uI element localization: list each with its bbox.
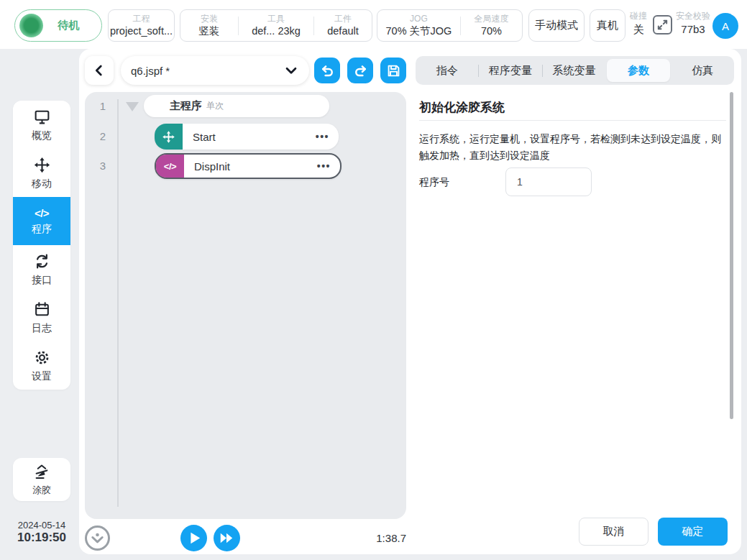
save-icon <box>385 63 402 79</box>
sync-icon <box>33 252 51 270</box>
play-icon <box>180 525 207 551</box>
run-mode-badge: 单次 <box>206 100 224 112</box>
run-button[interactable] <box>180 525 207 551</box>
chevron-down-circle-icon <box>84 525 111 551</box>
node-menu-button[interactable]: ••• <box>316 131 329 142</box>
redo-button[interactable] <box>347 58 373 83</box>
mount-value: 竖装 <box>199 24 220 37</box>
sidebar-item-move[interactable]: 移动 <box>13 149 70 197</box>
divider <box>419 120 726 121</box>
move-icon <box>33 156 51 174</box>
project-label: 工程 <box>133 14 150 24</box>
sidebar-item-program[interactable]: </> 程序 <box>13 197 70 245</box>
sidebar-item-label: 日志 <box>32 322 52 335</box>
sidebar-item-settings[interactable]: 设置 <box>13 341 70 390</box>
manual-mode-button[interactable]: 手动模式 <box>528 9 585 42</box>
jump-to-line-button[interactable] <box>84 525 111 551</box>
fast-forward-icon <box>214 525 240 551</box>
status-indicator-icon <box>19 14 43 37</box>
jog-value: 70% 关节JOG <box>386 24 452 37</box>
tab-instruction[interactable]: 指令 <box>416 56 478 85</box>
jog-selector[interactable]: JOG 70% 关节JOG <box>377 14 460 37</box>
global-speed-value: 70% <box>481 24 502 37</box>
sidebar-item-label: 概览 <box>32 129 52 142</box>
tree-guide-line <box>117 99 119 507</box>
time-text: 10:19:50 <box>0 531 83 545</box>
chevron-left-icon <box>91 63 107 78</box>
node-menu-button[interactable]: ••• <box>317 160 331 172</box>
status-label: 待机 <box>43 19 101 32</box>
tool-selector[interactable]: 工具 def... 23kg <box>239 14 313 37</box>
project-selector[interactable]: 工程 project_soft... <box>108 9 175 42</box>
undo-icon <box>319 63 336 79</box>
tool-value: def... 23kg <box>252 24 301 37</box>
user-avatar[interactable]: A <box>712 13 738 39</box>
mount-label: 安装 <box>201 14 218 24</box>
run-timer: 1:38.7 <box>338 532 406 544</box>
robot-teach-pendant-app: 待机 工程 project_soft... 安装 竖装 工具 def... 23… <box>0 0 747 560</box>
workpiece-label: 工件 <box>334 14 352 24</box>
sidebar-item-log[interactable]: 日志 <box>13 293 70 341</box>
global-speed-selector[interactable]: 全局速度 70% <box>461 14 522 37</box>
program-tree-panel: 1 2 3 主程序 单次 Start ••• </> DispInit ••• <box>85 92 406 519</box>
expand-arrows-icon <box>656 18 669 32</box>
sidebar-item-glue[interactable]: 涂胶 <box>13 458 70 501</box>
calendar-icon <box>33 300 51 318</box>
param-description: 运行系统，运行定量机，设置程序号，若检测到未达到设定温度，则触发加热，直到达到设… <box>419 131 730 164</box>
real-robot-button[interactable]: 真机 <box>590 9 625 42</box>
sidebar-nav: 概览 移动 </> 程序 接口 日志 <box>13 101 70 390</box>
workpiece-value: default <box>327 24 359 37</box>
tree-node-start[interactable]: Start ••• <box>155 124 339 150</box>
vertical-scrollbar[interactable] <box>730 92 733 419</box>
jog-label: JOG <box>410 14 428 24</box>
mount-selector[interactable]: 安装 竖装 <box>180 14 238 37</box>
fullscreen-toggle-button[interactable] <box>653 15 672 35</box>
redo-icon <box>352 63 369 79</box>
robot-status-pill[interactable]: 待机 <box>14 9 102 42</box>
date-text: 2024-05-14 <box>0 520 83 531</box>
tree-node-main-program[interactable]: 主程序 单次 <box>144 95 329 117</box>
cancel-button[interactable]: 取消 <box>579 518 649 546</box>
param-tabbar: 指令 程序变量 系统变量 参数 仿真 <box>416 56 734 85</box>
program-no-input[interactable] <box>505 167 592 196</box>
datetime-display: 2024-05-14 10:19:50 <box>0 520 83 545</box>
program-file-name: q6.jspf * <box>131 65 283 77</box>
sidebar-item-label: 移动 <box>32 178 52 191</box>
program-no-label: 程序号 <box>419 176 449 189</box>
chevron-down-icon <box>283 63 299 78</box>
tree-node-dispinit[interactable]: </> DispInit ••• <box>155 153 342 179</box>
tab-parameters[interactable]: 参数 <box>607 59 669 82</box>
param-panel-title: 初始化涂胶系统 <box>419 99 505 116</box>
node-label: DispInit <box>194 160 230 173</box>
move-icon <box>155 124 183 150</box>
undo-button[interactable] <box>314 58 340 83</box>
tab-program-variables[interactable]: 程序变量 <box>479 56 541 85</box>
save-button[interactable] <box>380 58 406 83</box>
workpiece-selector[interactable]: 工件 default <box>314 14 372 37</box>
tab-system-variables[interactable]: 系统变量 <box>543 56 605 85</box>
confirm-button[interactable]: 确定 <box>658 518 728 546</box>
collapse-triangle-icon[interactable] <box>126 102 139 111</box>
sidebar-item-label: 程序 <box>32 223 52 236</box>
code-icon: </> <box>35 207 49 219</box>
tool-label: 工具 <box>267 14 285 24</box>
back-button[interactable] <box>85 56 114 85</box>
sidebar-item-interface[interactable]: 接口 <box>13 245 70 293</box>
step-run-button[interactable] <box>214 525 240 551</box>
program-file-dropdown[interactable]: q6.jspf * <box>121 56 309 85</box>
mount-tool-workpiece-box[interactable]: 安装 竖装 工具 def... 23kg 工件 default <box>180 9 372 42</box>
sidebar-item-label: 设置 <box>32 370 52 383</box>
gear-icon <box>33 349 51 367</box>
sidebar-item-overview[interactable]: 概览 <box>13 101 70 149</box>
safety-check-label: 安全校验 <box>676 11 710 22</box>
safety-check-status: 安全校验 77b3 <box>673 11 713 36</box>
jog-speed-box[interactable]: JOG 70% 关节JOG 全局速度 70% <box>377 9 523 42</box>
node-label: 主程序 <box>170 99 202 113</box>
line-number: 3 <box>95 160 111 172</box>
collision-value: 关 <box>633 22 644 37</box>
sidebar-item-label: 接口 <box>32 274 52 287</box>
topbar: 待机 工程 project_soft... 安装 竖装 工具 def... 23… <box>0 0 747 49</box>
glue-dispense-icon <box>32 463 51 482</box>
collision-status[interactable]: 碰撞 关 <box>628 11 649 36</box>
tab-simulation[interactable]: 仿真 <box>672 56 734 85</box>
